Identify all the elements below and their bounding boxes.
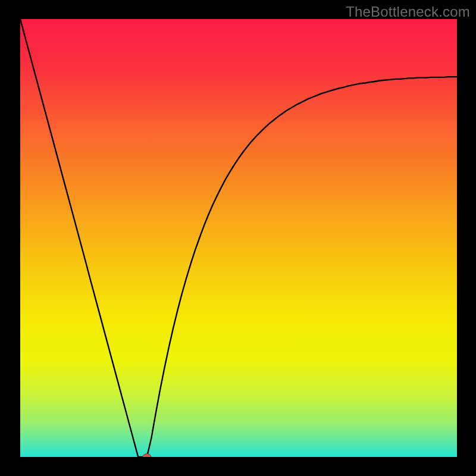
chart-background [20,19,457,457]
bottleneck-chart [20,19,457,457]
chart-frame: TheBottleneck.com [0,0,476,476]
watermark-text: TheBottleneck.com [346,4,470,20]
